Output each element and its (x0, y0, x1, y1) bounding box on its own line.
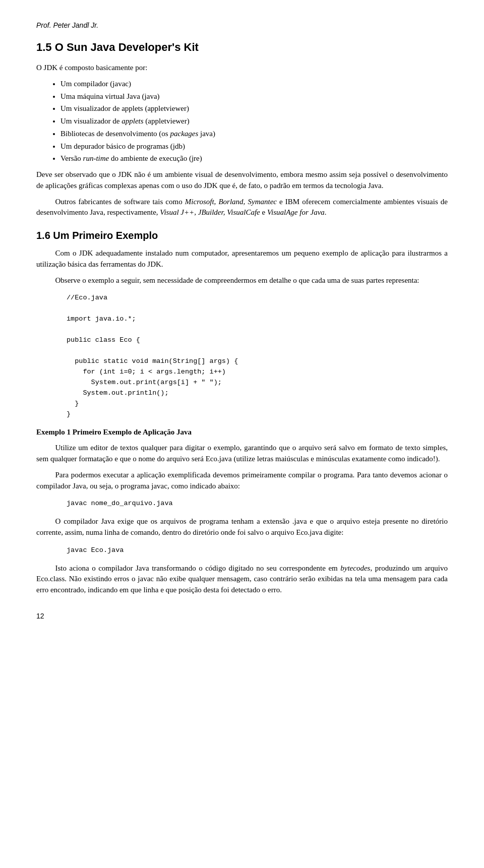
section2-para4: Para podermos executar a aplicação exemp… (36, 470, 448, 492)
para2-software: software (124, 198, 150, 206)
section1-title: 1.5 O Sun Java Developer's Kit (36, 39, 448, 55)
section1-para1: Deve ser observado que o JDK não é um am… (36, 169, 448, 192)
section2-para5: O compilador Java exige que os arquivos … (36, 516, 448, 538)
page-number: 12 (36, 611, 448, 621)
list-item: Um visualizador de applets (appletviewer… (60, 116, 448, 127)
para6-start: Isto aciona o compilador Java transforma… (55, 564, 341, 572)
list-item: Um compilador (javac) (60, 79, 448, 90)
para6-italic: bytecodes (340, 564, 370, 572)
section2-para3: Utilize um editor de textos qualquer par… (36, 443, 448, 465)
para2-brands: Microsoft, Borland, Symantec (185, 198, 277, 206)
section2-para6: Isto aciona o compilador Java transforma… (36, 563, 448, 596)
para2-products1: Visual J++, JBuilder, VisualCafe (160, 208, 260, 216)
section1-para2: Outros fabricantes de software tais como… (36, 197, 448, 219)
code-block-1: //Eco.java import java.io.*; public clas… (67, 293, 448, 419)
bullet-list: Um compilador (javac) Uma máquina virtua… (60, 79, 448, 164)
list-item: Uma máquina virtual Java (java) (60, 91, 448, 102)
example-label: Exemplo 1 Primeiro Exemplo de Aplicação … (36, 427, 448, 438)
list-item: Versão run-time do ambiente de execução … (60, 153, 448, 164)
section2-title: 1.6 Um Primeiro Exemplo (36, 228, 448, 243)
para2-start: Outros fabricantes de (55, 198, 124, 206)
section1-intro: O JDK é composto basicamente por: (36, 63, 448, 74)
page-header: Prof. Peter Jandl Jr. (36, 20, 448, 30)
code-block-2: javac nome_do_arquivo.java (67, 499, 448, 509)
list-item: Um depurador básico de programas (jdb) (60, 141, 448, 152)
list-item: Um visualizador de applets (appletviewer… (60, 103, 448, 114)
list-item: Bibliotecas de desenvolvimento (os packa… (60, 129, 448, 140)
code-block-3: javac Eco.java (67, 545, 448, 556)
section2-para2: Observe o exemplo a seguir, sem necessid… (36, 275, 448, 286)
header-label: Prof. Peter Jandl Jr. (36, 21, 98, 29)
section2-para1: Com o JDK adequadamente instalado num co… (36, 248, 448, 270)
para2-mid: tais como (150, 198, 185, 206)
para2-products2: VisualAge for Java (267, 208, 325, 216)
